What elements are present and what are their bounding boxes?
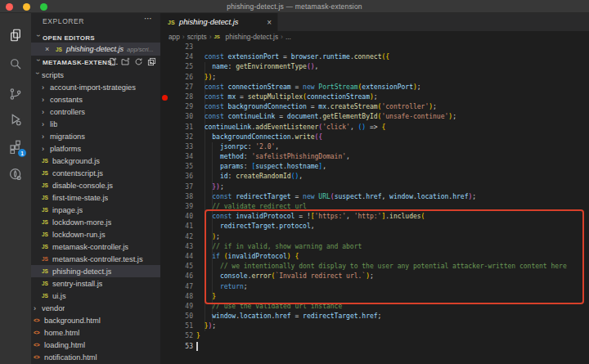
js-file-icon: JS: [42, 158, 52, 164]
tree-item-phishing-detect.js[interactable]: JSphishing-detect.js: [31, 265, 160, 277]
code-line: // if in valid, show warning and abort: [196, 242, 589, 252]
tree-item-first-time-state.js[interactable]: JSfirst-time-state.js: [31, 191, 160, 204]
explorer-icon[interactable]: [8, 28, 23, 43]
code-line: console.error(`Invalid redirect url.`);: [196, 272, 589, 281]
line-number[interactable]: 29: [160, 102, 196, 112]
tree-item-migrations[interactable]: ›migrations: [31, 130, 160, 142]
tree-item-constants[interactable]: ›constants: [31, 93, 160, 106]
open-editor-item[interactable]: × JS phishing-detect.js app/scri...: [31, 43, 160, 56]
code-area[interactable]: 2324252627282930313233343536373839404142…: [160, 43, 589, 364]
close-tab-icon[interactable]: ×: [267, 18, 272, 27]
breadcrumb-item[interactable]: scripts: [187, 33, 207, 41]
minimize-window-button[interactable]: [23, 3, 30, 11]
line-number[interactable]: 50: [160, 312, 196, 321]
line-number[interactable]: 36: [160, 172, 196, 182]
source-control-icon[interactable]: [8, 87, 23, 101]
search-icon[interactable]: [8, 56, 23, 71]
line-number[interactable]: 28: [160, 92, 196, 102]
line-number[interactable]: 45: [160, 262, 196, 272]
run-debug-icon[interactable]: [8, 112, 23, 127]
code-line: jsonrpc: '2.0',: [196, 142, 589, 152]
tree-item-metamask-controller.js[interactable]: JSmetamask-controller.js: [31, 240, 160, 253]
zoom-window-button[interactable]: [40, 3, 47, 11]
tree-item-disable-console.js[interactable]: JSdisable-console.js: [31, 179, 160, 191]
file-label: platforms: [50, 145, 81, 153]
close-window-button[interactable]: [6, 3, 13, 11]
line-number[interactable]: 47: [160, 282, 196, 292]
line-number[interactable]: 51: [160, 321, 196, 331]
line-number[interactable]: 32: [160, 133, 196, 142]
collapse-all-icon[interactable]: [147, 57, 156, 66]
line-number[interactable]: 52: [160, 331, 196, 341]
code-line: method: 'safelistPhishingDomain',: [196, 152, 589, 162]
tree-item-controllers[interactable]: ›controllers: [31, 106, 160, 118]
breadcrumb-item[interactable]: ...: [286, 33, 291, 41]
code-line: name: getEnvironmentType(),: [196, 62, 589, 72]
line-number[interactable]: 37: [160, 182, 196, 192]
file-label: loading.html: [44, 341, 85, 349]
close-editor-icon[interactable]: ×: [45, 45, 56, 53]
extensions-icon[interactable]: 1: [8, 139, 23, 154]
line-number[interactable]: 40: [160, 212, 196, 222]
line-number[interactable]: 33: [160, 142, 196, 152]
project-section-header[interactable]: › METAMASK-EXTENS...: [31, 56, 160, 69]
line-number[interactable]: 41: [160, 222, 196, 231]
line-number[interactable]: 24: [160, 52, 196, 62]
line-number[interactable]: 38: [160, 192, 196, 202]
chevron-right-icon: ›: [34, 304, 42, 312]
line-number[interactable]: 30: [160, 112, 196, 122]
html-file-icon: <>: [34, 342, 44, 348]
tab-bar: JS phishing-detect.js ×: [160, 13, 589, 31]
tree-item-lockdown-more.js[interactable]: JSlockdown-more.js: [31, 216, 160, 228]
refresh-icon[interactable]: [134, 57, 143, 66]
tree-item-sentry-install.js[interactable]: JSsentry-install.js: [31, 277, 160, 290]
new-folder-icon[interactable]: [121, 57, 130, 66]
tree-item-platforms[interactable]: ›platforms: [31, 142, 160, 155]
line-number[interactable]: 35: [160, 162, 196, 172]
line-number[interactable]: 53: [160, 342, 196, 352]
line-number[interactable]: 48: [160, 292, 196, 302]
line-number[interactable]: 44: [160, 252, 196, 262]
line-number[interactable]: 34: [160, 152, 196, 162]
tree-item-notification.html[interactable]: <>notification.html: [31, 351, 160, 363]
tree-item-loading.html[interactable]: <>loading.html: [31, 339, 160, 351]
file-label: notification.html: [44, 353, 97, 362]
chevron-right-icon: ›: [42, 83, 50, 92]
tree-item-scripts[interactable]: ›scripts: [31, 69, 160, 81]
line-number[interactable]: 49: [160, 302, 196, 312]
line-number[interactable]: 26: [160, 73, 196, 83]
line-number[interactable]: 31: [160, 123, 196, 133]
tree-item-vendor[interactable]: ›vendor: [31, 302, 160, 314]
code-line: [196, 342, 589, 352]
line-number[interactable]: 25: [160, 62, 196, 72]
tree-item-background.js[interactable]: JSbackground.js: [31, 155, 160, 167]
js-test-file-icon: JS: [42, 256, 52, 262]
more-actions-icon[interactable]: ⋯: [144, 14, 152, 23]
tab-phishing-detect[interactable]: JS phishing-detect.js ×: [160, 13, 278, 31]
line-number[interactable]: 43: [160, 242, 196, 252]
js-file-icon: JS: [42, 219, 52, 225]
line-number[interactable]: 27: [160, 83, 196, 92]
tree-item-contentscript.js[interactable]: JScontentscript.js: [31, 167, 160, 179]
breakpoint-icon[interactable]: [162, 95, 168, 101]
line-number[interactable]: 46: [160, 272, 196, 281]
tree-item-background.html[interactable]: <>background.html: [31, 314, 160, 326]
new-file-icon[interactable]: [108, 57, 117, 66]
tree-item-ui.js[interactable]: JSui.js: [31, 290, 160, 302]
title-bar: phishing-detect.js — metamask-extension: [0, 0, 589, 13]
open-editor-filename: phishing-detect.js: [66, 45, 124, 53]
line-number[interactable]: 42: [160, 232, 196, 242]
tree-item-account-import-strategies[interactable]: ›account-import-strategies: [31, 81, 160, 93]
file-label: migrations: [50, 133, 85, 141]
file-label: inpage.js: [52, 206, 83, 214]
tree-item-home.html[interactable]: <>home.html: [31, 326, 160, 339]
tree-item-lockdown-run.js[interactable]: JSlockdown-run.js: [31, 228, 160, 240]
line-number[interactable]: 39: [160, 202, 196, 212]
line-number[interactable]: 23: [160, 43, 196, 52]
tree-item-lib[interactable]: ›lib: [31, 118, 160, 130]
breadcrumb-item[interactable]: phishing-detect.js: [226, 33, 279, 41]
tree-item-metamask-controller.test.js[interactable]: JSmetamask-controller.test.js: [31, 253, 160, 265]
tree-item-inpage.js[interactable]: JSinpage.js: [31, 204, 160, 216]
plugin-icon[interactable]: [8, 167, 23, 182]
breadcrumb-item[interactable]: app: [169, 33, 180, 41]
